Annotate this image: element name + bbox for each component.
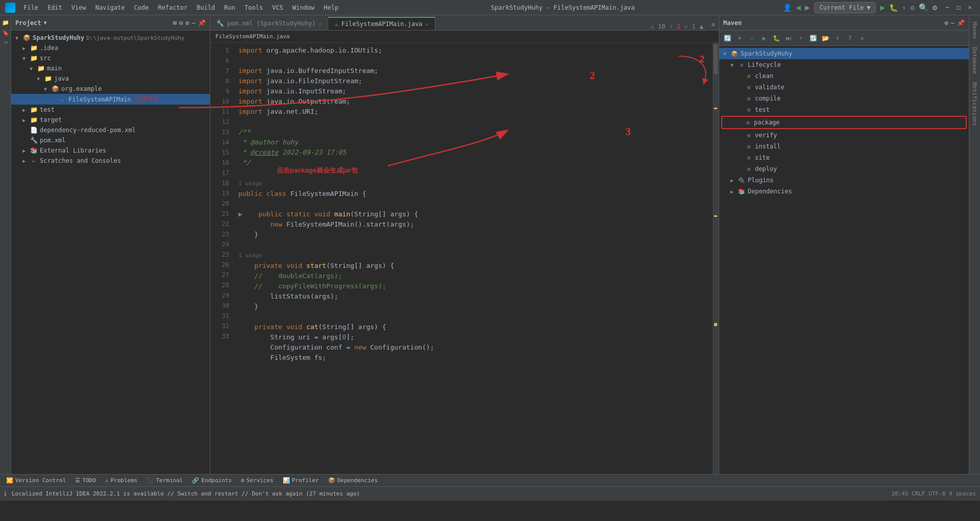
- tree-org-example[interactable]: ▼ 📦 org.example: [11, 84, 210, 94]
- vertical-scrollbar[interactable]: [713, 43, 719, 474]
- maven-add-icon[interactable]: +: [734, 33, 745, 44]
- project-collapse-icon[interactable]: ⊟: [179, 19, 183, 27]
- menu-tools[interactable]: Tools: [240, 3, 267, 12]
- pom-tab-close[interactable]: ✕: [318, 21, 322, 27]
- maven-root[interactable]: ▼ 📦 SparkStudyHuhy: [719, 48, 969, 59]
- maven-toggle-offline[interactable]: ⚡: [795, 33, 806, 44]
- maven-clean[interactable]: ⚙ clean: [719, 70, 969, 82]
- tree-idea[interactable]: ▶ 📁 .idea: [11, 43, 210, 53]
- maven-help-icon[interactable]: ?: [844, 33, 855, 44]
- bookmark-icon[interactable]: 🔖: [1, 28, 10, 37]
- maven-debug-icon[interactable]: 🐛: [771, 33, 782, 44]
- java-tab-close[interactable]: ✕: [426, 21, 429, 27]
- endpoints-btn[interactable]: 🔗 Endpoints: [188, 476, 236, 485]
- menu-edit[interactable]: Edit: [43, 3, 66, 12]
- more-run-icon[interactable]: ⚙: [911, 4, 915, 12]
- coverage-icon[interactable]: ⚡: [902, 4, 906, 12]
- menu-navigate[interactable]: Navigate: [91, 3, 129, 12]
- menu-build[interactable]: Build: [192, 3, 219, 12]
- editor-tabs[interactable]: 🔧 pom.xml (SparkStudyHuhy) ✕ ☕ FileSyste…: [210, 15, 719, 31]
- menu-help[interactable]: Help: [320, 3, 342, 12]
- run-icon[interactable]: ▶: [880, 3, 885, 12]
- maven-pin-icon[interactable]: 📌: [957, 19, 965, 27]
- project-tree[interactable]: ▼ 📦 SparkStudyHuhy D:\java-output\SparkS…: [11, 31, 210, 474]
- tree-main[interactable]: ▼ 📁 main: [11, 63, 210, 73]
- maven-tree[interactable]: ▼ 📦 SparkStudyHuhy ▼ ⚙ Lifecycle ⚙ clean…: [719, 46, 969, 474]
- project-close-icon[interactable]: —: [192, 19, 195, 27]
- tree-filesystem-class[interactable]: ☕ FileSystemAPIMain 点击下拉: [11, 94, 210, 105]
- menu-view[interactable]: View: [67, 3, 90, 12]
- maven-compile[interactable]: ⚙ compile: [719, 93, 969, 104]
- todo-btn[interactable]: ☰ TODO: [71, 476, 100, 485]
- tree-root[interactable]: ▼ 📦 SparkStudyHuhy D:\java-output\SparkS…: [11, 33, 210, 43]
- current-file-button[interactable]: Current File ▼: [814, 2, 876, 13]
- tree-external-libs[interactable]: ▶ 📚 External Libraries: [11, 145, 210, 156]
- tree-scratches[interactable]: ▶ ✏️ Scratches and Consoles: [11, 156, 210, 166]
- tree-dep-pom[interactable]: 📄 dependency-reduced-pom.xml: [11, 125, 210, 135]
- tabs-menu-icon[interactable]: ≡: [707, 19, 719, 30]
- menu-bar[interactable]: File Edit View Navigate Code Refactor Bu…: [19, 3, 342, 12]
- structure-icon[interactable]: S: [1, 38, 10, 47]
- tree-java[interactable]: ▼ 📁 java: [11, 73, 210, 84]
- menu-file[interactable]: File: [19, 3, 42, 12]
- menu-vcs[interactable]: VCS: [268, 3, 287, 12]
- version-control-btn[interactable]: 🔀 Version Control: [2, 476, 70, 485]
- maven-test[interactable]: ⚙ test: [719, 104, 969, 115]
- close-button[interactable]: ✕: [965, 3, 975, 13]
- forward-icon[interactable]: ▶: [805, 3, 810, 12]
- maven-settings-icon[interactable]: ⚙: [945, 19, 948, 27]
- code-text[interactable]: import org.apache.hadoop.io.IOUtils; imp…: [233, 43, 719, 474]
- settings-icon[interactable]: ⚙: [933, 3, 937, 12]
- services-btn[interactable]: ⚙ Services: [237, 476, 278, 485]
- maximize-button[interactable]: □: [953, 3, 964, 13]
- tree-src[interactable]: ▼ 📁 src: [11, 53, 210, 63]
- maven-minimize-icon[interactable]: —: [951, 19, 954, 27]
- maven-plugins-group[interactable]: ▶ 🔌 Plugins: [719, 175, 969, 186]
- profile-icon[interactable]: 👤: [783, 4, 792, 12]
- menu-code[interactable]: Code: [130, 3, 153, 12]
- tree-target[interactable]: ▶ 📁 target: [11, 115, 210, 125]
- profiler-btn[interactable]: 📊 Profiler: [279, 476, 323, 485]
- scrollbar-thumb[interactable]: [714, 44, 718, 75]
- menu-window[interactable]: Window: [288, 3, 318, 12]
- database-tab[interactable]: Database: [970, 43, 979, 78]
- maven-package[interactable]: ⚙ package: [721, 116, 967, 129]
- project-icon[interactable]: 📁: [1, 18, 10, 27]
- menu-refactor[interactable]: Refactor: [154, 3, 191, 12]
- bottom-toolbar[interactable]: 🔀 Version Control ☰ TODO ⚠ Problems ⬛ Te…: [0, 474, 980, 486]
- maven-tab[interactable]: Maven: [970, 18, 979, 43]
- maven-remove-icon[interactable]: —: [746, 33, 757, 44]
- problems-btn[interactable]: ⚠ Problems: [101, 476, 142, 485]
- scroll-up-icon[interactable]: ▲: [700, 23, 703, 30]
- maven-run-icon[interactable]: ▶: [758, 33, 770, 44]
- maven-download-icon[interactable]: ⬇: [832, 33, 843, 44]
- maven-validate[interactable]: ⚙ validate: [719, 82, 969, 93]
- maven-dependencies-group[interactable]: ▶ 📚 Dependencies: [719, 186, 969, 197]
- terminal-btn[interactable]: ⬛ Terminal: [142, 476, 187, 485]
- maven-lifecycle-group[interactable]: ▼ ⚙ Lifecycle: [719, 59, 969, 70]
- tree-test[interactable]: ▶ 📁 test: [11, 105, 210, 115]
- maven-refresh-icon[interactable]: 🔄: [722, 33, 733, 44]
- search-icon[interactable]: 🔍: [919, 3, 928, 12]
- maven-close-panel-icon[interactable]: ✕: [856, 33, 868, 44]
- tree-pom[interactable]: 🔧 pom.xml: [11, 135, 210, 145]
- code-editor[interactable]: 56789 1011121314 1516171819 2021222324 2…: [210, 43, 719, 474]
- project-pin-icon[interactable]: 📌: [198, 19, 206, 27]
- minimize-button[interactable]: ─: [942, 3, 952, 13]
- maven-site[interactable]: ⚙ site: [719, 152, 969, 163]
- maven-deploy[interactable]: ⚙ deploy: [719, 163, 969, 175]
- menu-run[interactable]: Run: [220, 3, 239, 12]
- project-dropdown-icon[interactable]: ▼: [44, 20, 47, 26]
- maven-skip-icon[interactable]: ⏭: [783, 33, 794, 44]
- debug-icon[interactable]: 🐛: [889, 4, 898, 12]
- maven-toggle-icon[interactable]: 🔃: [807, 33, 819, 44]
- maven-verify[interactable]: ⚙ verify: [719, 130, 969, 141]
- project-settings-icon[interactable]: ⚙: [186, 19, 189, 27]
- maven-install[interactable]: ⚙ install: [719, 141, 969, 152]
- dependencies-btn[interactable]: 📦 Dependencies: [324, 476, 382, 485]
- back-icon[interactable]: ◀: [796, 3, 801, 12]
- notification-tab[interactable]: Notifications: [970, 78, 979, 130]
- tab-pom[interactable]: 🔧 pom.xml (SparkStudyHuhy) ✕: [210, 17, 328, 30]
- project-expand-icon[interactable]: ⊞: [173, 19, 177, 27]
- maven-open-icon[interactable]: 📂: [820, 33, 831, 44]
